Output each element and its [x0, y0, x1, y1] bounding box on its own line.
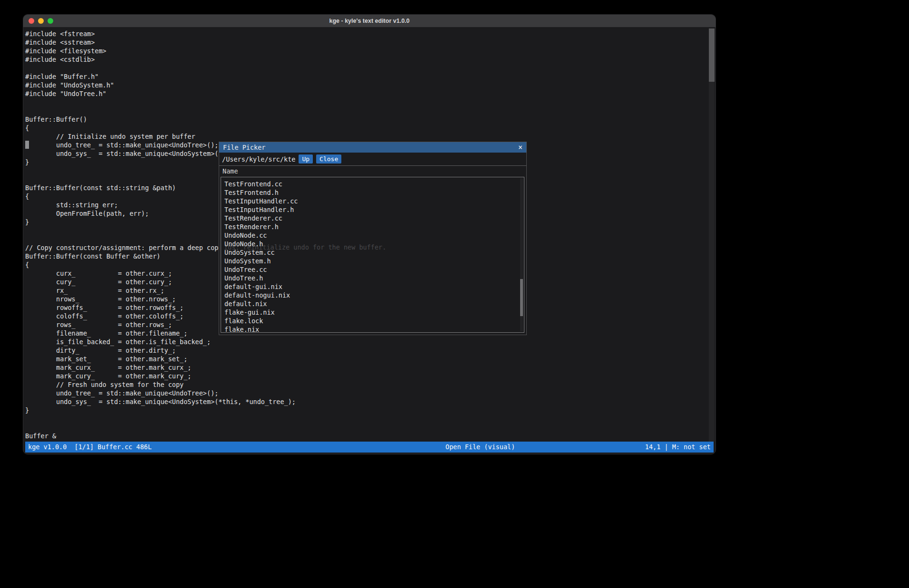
code-line: #include <filesystem>	[25, 47, 707, 55]
code-line: Buffer &	[25, 432, 707, 440]
file-list-item[interactable]: default.nix	[221, 299, 524, 308]
code-line	[25, 106, 707, 115]
code-line: {	[25, 124, 707, 132]
code-line: #include "UndoSystem.h"	[25, 81, 707, 89]
code-line: }	[25, 406, 707, 414]
file-list-item[interactable]: flake.lock	[221, 317, 524, 325]
traffic-lights	[29, 15, 53, 27]
code-line: #include "Buffer.h"	[25, 72, 707, 81]
file-list-item[interactable]: TestRenderer.h	[221, 222, 524, 231]
file-picker-dialog: File Picker × /Users/kyle/src/kte Up Clo…	[219, 142, 527, 335]
dialog-close-icon[interactable]: ×	[518, 144, 522, 151]
code-line: #include <fstream>	[25, 29, 707, 38]
desktop: kge - kyle's text editor v1.0.0 #include…	[0, 0, 909, 588]
status-mode-message: Open File (visual)	[445, 442, 515, 453]
code-line: // Fresh undo system for the copy	[25, 380, 707, 389]
code-line: Buffer::Buffer()	[25, 115, 707, 124]
file-list-item[interactable]: TestRenderer.cc	[221, 214, 524, 222]
current-path: /Users/kyle/src/kte	[222, 155, 295, 163]
status-cursor-position: 14,1 | M: not set	[645, 442, 711, 453]
file-list-item[interactable]: TestInputHandler.cc	[221, 197, 524, 205]
close-button[interactable]: Close	[316, 154, 341, 164]
dialog-titlebar: File Picker ×	[219, 142, 526, 153]
file-list-item[interactable]: default-nogui.nix	[221, 291, 524, 299]
file-list-item[interactable]: UndoNode.h	[221, 240, 524, 248]
file-list-item[interactable]: UndoSystem.h	[221, 257, 524, 265]
code-line: dirty_ = other.dirty_;	[25, 346, 707, 355]
code-line	[25, 423, 707, 432]
file-list-item[interactable]: flake.nix	[221, 325, 524, 333]
file-list-item[interactable]: TestInputHandler.h	[221, 205, 524, 214]
window-title: kge - kyle's text editor v1.0.0	[329, 18, 409, 24]
status-bar: kge v1.0.0 [1/1] Buffer.cc 486L Open Fil…	[25, 442, 714, 453]
file-list-item[interactable]: UndoTree.cc	[221, 265, 524, 274]
code-line	[25, 98, 707, 106]
file-list[interactable]: TestFrontend.cc TestFrontend.h TestInput…	[221, 177, 524, 333]
dialog-title: File Picker	[223, 144, 265, 151]
window-close-button[interactable]	[29, 18, 34, 24]
code-line	[25, 414, 707, 423]
file-list-scrollbar-thumb[interactable]	[520, 279, 523, 316]
file-list-item[interactable]: TestFrontend.h	[221, 188, 524, 197]
editor-scrollbar[interactable]	[709, 28, 715, 442]
code-line: undo_tree_ = std::make_unique<UndoTree>(…	[25, 389, 707, 397]
code-line: mark_set_ = other.mark_set_;	[25, 355, 707, 363]
window-minimize-button[interactable]	[38, 18, 44, 24]
code-line: mark_curx_ = other.mark_curx_;	[25, 363, 707, 372]
window-titlebar: kge - kyle's text editor v1.0.0	[23, 15, 716, 27]
window-zoom-button[interactable]	[48, 18, 53, 24]
code-line: #include <sstream>	[25, 38, 707, 47]
file-list-item[interactable]: UndoTree.h	[221, 274, 524, 282]
code-line	[25, 64, 707, 72]
code-line: mark_cury_ = other.mark_cury_;	[25, 372, 707, 380]
code-line: is_file_backed_ = other.is_file_backed_;	[25, 337, 707, 346]
code-line: undo_sys_ = std::make_unique<UndoSystem>…	[25, 397, 707, 406]
column-header-name: Name	[219, 166, 526, 176]
up-button[interactable]: Up	[299, 154, 313, 164]
file-list-item[interactable]: UndoNode.cc	[221, 231, 524, 240]
file-list-item[interactable]: UndoSystem.cc	[221, 248, 524, 257]
code-line: #include "UndoTree.h"	[25, 89, 707, 98]
code-line: #include <cstdlib>	[25, 55, 707, 64]
file-list-item[interactable]: default-gui.nix	[221, 282, 524, 291]
editor-scrollbar-thumb[interactable]	[709, 29, 715, 82]
text-cursor	[25, 141, 29, 149]
status-left: kge v1.0.0 [1/1] Buffer.cc 486L	[28, 442, 152, 453]
file-list-item[interactable]: TestFrontend.cc	[221, 180, 524, 188]
dialog-path-row: /Users/kyle/src/kte Up Close	[219, 153, 526, 166]
code-line: // Initialize undo system per buffer	[25, 132, 707, 141]
file-list-item[interactable]: flake-gui.nix	[221, 308, 524, 317]
